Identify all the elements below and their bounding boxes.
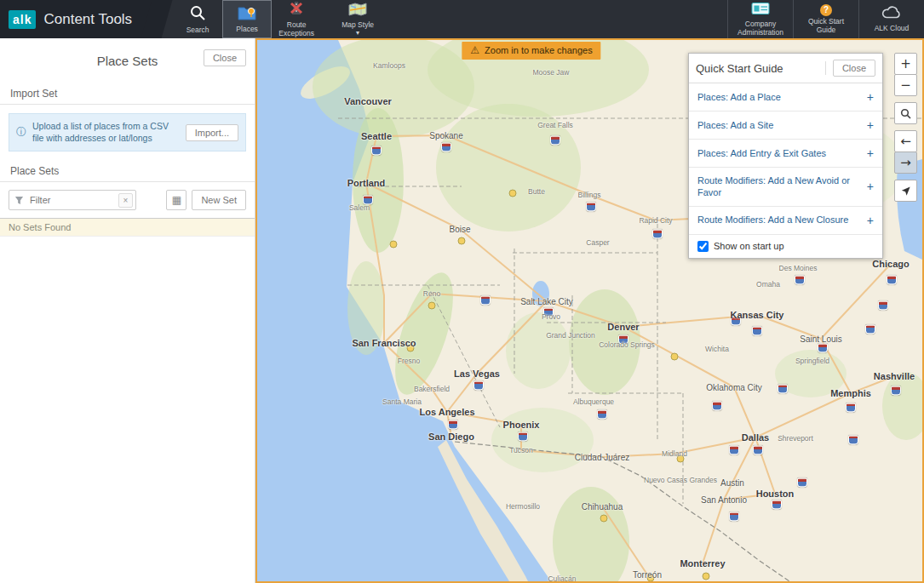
map-city-label: Bakersfield [414,385,450,393]
filter-funnel-icon [9,196,28,205]
zoom-warning-banner: ⚠ Zoom in to make changes [462,42,600,60]
alk-cloud-button[interactable]: ALK Cloud [859,0,924,38]
magnifier-icon [900,108,911,119]
map-city-label: Tucson [509,446,533,454]
map-canvas[interactable]: KamloopsMoose JawVancouverGreat FallsSpo… [255,38,924,583]
show-on-startup-label[interactable]: Show on start up [714,241,784,251]
map-city-label: Grand Junction [546,331,595,340]
import-info-box: ⓘ Upload a list of places from a CSV fil… [9,113,246,151]
filter-clear-icon[interactable]: × [118,193,133,208]
alk-logo-icon: alk [9,10,36,29]
add-icon[interactable]: + [867,214,874,227]
quick-start-guide-panel: Quick Start Guide Close Places: Add a Pl… [688,53,883,259]
quick-start-item-label[interactable]: Route Modifiers: Add a New Closure [697,214,860,226]
quick-start-item-label[interactable]: Places: Add Entry & Exit Gates [697,147,860,159]
company-administration-button[interactable]: Company Administration [728,0,793,38]
map-city-label: Rapid City [639,216,672,225]
map-controls: +−←→ [894,54,917,202]
map-style-tool-button[interactable]: Map Style ▾ [333,0,382,38]
zoom-out-button[interactable]: − [894,74,917,96]
search-tool-button[interactable]: Search [173,0,222,38]
question-badge-icon: ? [820,4,832,16]
map-city-label: Houston [756,489,795,499]
map-city-label: Salem [349,203,370,212]
pan-right-button[interactable]: → [894,151,917,174]
company-administration-icon [751,2,770,19]
map-city-label: Great Falls [537,121,573,129]
map-city-label: Spokane [429,131,462,140]
map-city-label: Kamloops [373,61,405,70]
map-city-label: Monterrey [680,558,725,569]
map-city-label: Torreón [633,570,662,580]
app-window: alk Content Tools Search Places Route Ex… [0,0,924,583]
quick-start-item[interactable]: Route Modifiers: Add a New Closure+ [689,207,882,235]
map-city-label: Portland [347,178,386,188]
map-city-label: Salt Lake City [520,297,573,306]
quick-start-guide-button[interactable]: ? Quick Start Guide [794,0,858,38]
map-city-label: Chicago [872,259,909,269]
map-city-label: Las Vegas [454,369,500,379]
quick-start-item[interactable]: Places: Add a Place+ [689,83,882,111]
zoom-in-button[interactable]: + [894,53,917,75]
pan-left-button[interactable]: ← [894,130,917,152]
new-set-button[interactable]: New Set [192,190,246,210]
show-on-startup-checkbox[interactable] [697,241,709,252]
panel-close-button[interactable]: Close [204,49,246,66]
place-sets-heading: Place Sets [0,155,255,182]
map-city-label: Phoenix [503,420,540,430]
map-city-label: Chihuahua [582,502,623,512]
expand-sets-button[interactable]: ▦ [166,190,187,210]
quick-start-item-label[interactable]: Places: Add a Site [697,119,860,131]
add-icon[interactable]: + [867,180,874,193]
map-city-label: Moose Jaw [533,68,570,77]
map-city-label: Saint Louis [800,334,841,344]
caret-down-icon: ▾ [356,31,359,36]
import-info-text: Upload a list of places from a CSV file … [32,121,180,144]
locate-button[interactable] [894,180,917,202]
quick-start-item[interactable]: Route Modifiers: Add a New Avoid or Favo… [689,168,882,207]
map-city-label: Los Angeles [420,407,475,417]
zoom-area-button[interactable] [894,102,917,124]
quick-start-item-label[interactable]: Places: Add a Place [697,91,860,103]
add-icon[interactable]: + [867,90,874,104]
map-city-label: Wichita [705,345,729,353]
map-city-label: Kansas City [731,310,784,320]
grid-icon: ▦ [172,194,181,206]
map-city-label: Albuquerque [573,397,614,406]
filter-input[interactable] [28,195,118,205]
quick-start-items: Places: Add a Place+Places: Add a Site+P… [689,83,882,235]
quick-start-item-label[interactable]: Route Modifiers: Add a New Avoid or Favo… [697,174,860,199]
info-icon: ⓘ [16,125,26,140]
map-city-label: Omaha [756,280,780,289]
search-icon [189,4,206,25]
place-sets-list: No Sets Found [0,218,255,583]
place-sets-panel: Place Sets Close Import Set ⓘ Upload a l… [0,38,255,583]
quick-start-title: Quick Start Guide [696,62,822,75]
quick-start-close-button[interactable]: Close [833,60,875,77]
header-divider [825,61,826,75]
map-city-label: Casper [586,238,609,247]
quick-start-item[interactable]: Places: Add Entry & Exit Gates+ [689,140,882,168]
places-tool-button[interactable]: Places [222,0,272,38]
route-exceptions-tool-button[interactable]: Route Exceptions [272,0,321,38]
map-city-label: Shreveport [778,434,813,443]
warning-text: Zoom in to make changes [485,45,593,55]
map-city-label: Des Moines [779,264,818,272]
map-city-label: San Francisco [352,338,416,348]
warning-icon: ⚠ [470,44,479,56]
top-bar: alk Content Tools Search Places Route Ex… [0,0,924,38]
app-title: Content Tools [43,11,132,28]
filter-input-group: × [9,190,136,210]
map-city-label: Dallas [742,432,769,443]
add-icon[interactable]: + [867,146,874,160]
map-city-label: Midland [662,449,687,458]
map-city-label: Provo [542,312,560,321]
map-city-label: Santa Maria [382,397,422,406]
quick-start-item[interactable]: Places: Add a Site+ [689,111,882,140]
empty-state-row: No Sets Found [0,219,255,237]
map-city-label: Butte [528,187,545,196]
map-city-label: Ciudad Juárez [575,453,629,462]
import-button[interactable]: Import... [186,124,238,141]
map-city-label: Springfield [795,357,829,365]
add-icon[interactable]: + [867,118,874,132]
